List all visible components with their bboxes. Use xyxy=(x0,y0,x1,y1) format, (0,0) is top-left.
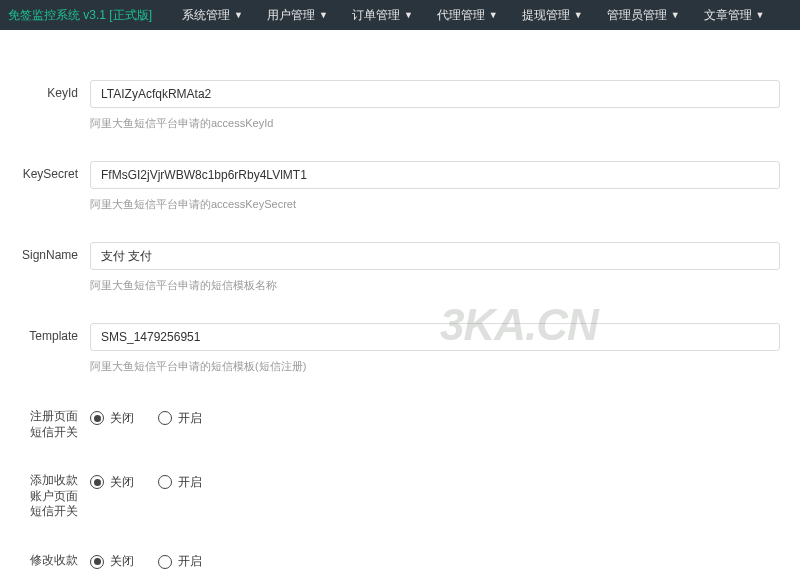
keysecret-label: KeySecret xyxy=(20,161,90,183)
radio-group-2: 关闭 开启 xyxy=(90,548,226,569)
keysecret-help: 阿里大鱼短信平台申请的accessKeySecret xyxy=(90,197,780,212)
radio-on-1[interactable]: 开启 xyxy=(158,474,202,491)
nav-label: 代理管理 xyxy=(437,7,485,24)
caret-down-icon: ▼ xyxy=(319,10,328,20)
caret-down-icon: ▼ xyxy=(756,10,765,20)
nav-order[interactable]: 订单管理▼ xyxy=(340,0,425,30)
signname-input[interactable] xyxy=(90,242,780,270)
nav-label: 提现管理 xyxy=(522,7,570,24)
keysecret-input[interactable] xyxy=(90,161,780,189)
radio-off-label: 关闭 xyxy=(110,410,134,427)
radio-icon xyxy=(158,411,172,425)
radio-group-0: 关闭 开启 xyxy=(90,404,226,432)
radio-label-1: 添加收款账户页面短信开关 xyxy=(20,468,90,520)
radio-label-0: 注册页面短信开关 xyxy=(20,404,90,440)
nav-label: 系统管理 xyxy=(182,7,230,24)
brand-title: 免签监控系统 v3.1 [正式版] xyxy=(8,7,152,24)
nav-agent[interactable]: 代理管理▼ xyxy=(425,0,510,30)
nav-user[interactable]: 用户管理▼ xyxy=(255,0,340,30)
form-content: KeyId 阿里大鱼短信平台申请的accessKeyId KeySecret 阿… xyxy=(0,30,800,569)
signname-help: 阿里大鱼短信平台申请的短信模板名称 xyxy=(90,278,780,293)
caret-down-icon: ▼ xyxy=(489,10,498,20)
radio-icon xyxy=(90,475,104,489)
nav-system[interactable]: 系统管理▼ xyxy=(170,0,255,30)
nav-withdraw[interactable]: 提现管理▼ xyxy=(510,0,595,30)
caret-down-icon: ▼ xyxy=(671,10,680,20)
radio-icon xyxy=(158,475,172,489)
radio-on-2[interactable]: 开启 xyxy=(158,553,202,569)
top-navbar: 免签监控系统 v3.1 [正式版] 系统管理▼ 用户管理▼ 订单管理▼ 代理管理… xyxy=(0,0,800,30)
radio-off-2[interactable]: 关闭 xyxy=(90,553,134,569)
radio-off-0[interactable]: 关闭 xyxy=(90,410,134,427)
radio-off-1[interactable]: 关闭 xyxy=(90,474,134,491)
radio-on-0[interactable]: 开启 xyxy=(158,410,202,427)
caret-down-icon: ▼ xyxy=(404,10,413,20)
template-label: Template xyxy=(20,323,90,345)
radio-off-label: 关闭 xyxy=(110,553,134,569)
radio-label-2: 修改收款账户页面短信开关 xyxy=(20,548,90,569)
radio-off-label: 关闭 xyxy=(110,474,134,491)
nav-label: 管理员管理 xyxy=(607,7,667,24)
nav-admin[interactable]: 管理员管理▼ xyxy=(595,0,692,30)
template-input[interactable] xyxy=(90,323,780,351)
radio-icon xyxy=(90,411,104,425)
keyid-help: 阿里大鱼短信平台申请的accessKeyId xyxy=(90,116,780,131)
keyid-input[interactable] xyxy=(90,80,780,108)
radio-icon xyxy=(90,555,104,569)
nav-article[interactable]: 文章管理▼ xyxy=(692,0,777,30)
caret-down-icon: ▼ xyxy=(234,10,243,20)
signname-label: SignName xyxy=(20,242,90,264)
nav-menu: 系统管理▼ 用户管理▼ 订单管理▼ 代理管理▼ 提现管理▼ 管理员管理▼ 文章管… xyxy=(170,0,776,30)
radio-group-1: 关闭 开启 xyxy=(90,468,226,496)
keyid-label: KeyId xyxy=(20,80,90,102)
radio-on-label: 开启 xyxy=(178,553,202,569)
radio-icon xyxy=(158,555,172,569)
nav-label: 用户管理 xyxy=(267,7,315,24)
template-help: 阿里大鱼短信平台申请的短信模板(短信注册) xyxy=(90,359,780,374)
radio-on-label: 开启 xyxy=(178,410,202,427)
radio-on-label: 开启 xyxy=(178,474,202,491)
nav-label: 订单管理 xyxy=(352,7,400,24)
caret-down-icon: ▼ xyxy=(574,10,583,20)
nav-label: 文章管理 xyxy=(704,7,752,24)
